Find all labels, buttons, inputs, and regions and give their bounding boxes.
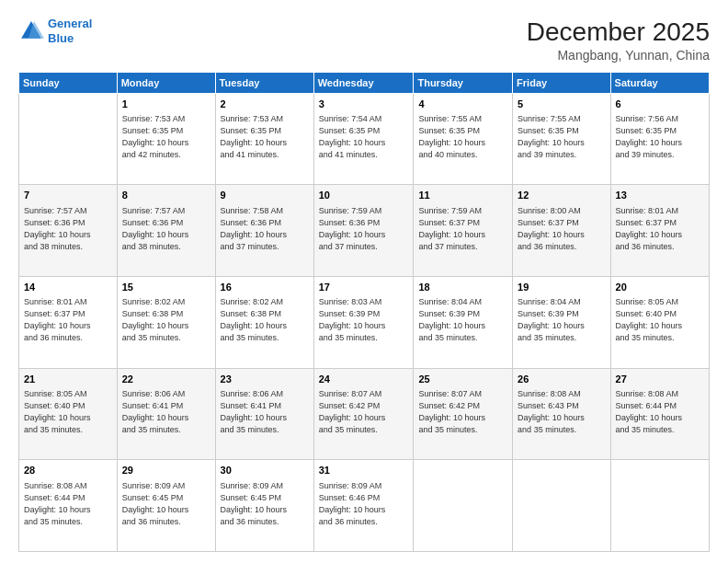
calendar-cell: 16Sunrise: 8:02 AM Sunset: 6:38 PM Dayli… xyxy=(215,276,313,368)
day-number: 4 xyxy=(418,98,507,111)
calendar-cell: 5Sunrise: 7:55 AM Sunset: 6:35 PM Daylig… xyxy=(513,93,610,185)
day-number: 16 xyxy=(221,281,309,294)
calendar-header-row: SundayMondayTuesdayWednesdayThursdayFrid… xyxy=(19,72,710,93)
day-number: 10 xyxy=(319,189,409,202)
calendar-cell: 25Sunrise: 8:07 AM Sunset: 6:42 PM Dayli… xyxy=(414,368,513,460)
day-info: Sunrise: 8:09 AM Sunset: 6:46 PM Dayligh… xyxy=(319,480,409,528)
logo-line2: Blue xyxy=(48,31,74,45)
calendar-day-header: Monday xyxy=(117,72,215,93)
day-number: 26 xyxy=(518,373,605,386)
day-info: Sunrise: 8:03 AM Sunset: 6:39 PM Dayligh… xyxy=(319,296,409,344)
calendar-cell: 2Sunrise: 7:53 AM Sunset: 6:35 PM Daylig… xyxy=(215,93,313,185)
day-info: Sunrise: 7:59 AM Sunset: 6:37 PM Dayligh… xyxy=(418,205,507,253)
calendar-cell: 28Sunrise: 8:08 AM Sunset: 6:44 PM Dayli… xyxy=(19,460,118,552)
calendar-cell: 31Sunrise: 8:09 AM Sunset: 6:46 PM Dayli… xyxy=(313,460,414,552)
day-info: Sunrise: 8:08 AM Sunset: 6:44 PM Dayligh… xyxy=(616,388,704,436)
calendar-day-header: Sunday xyxy=(19,72,118,93)
calendar-week-row: 21Sunrise: 8:05 AM Sunset: 6:40 PM Dayli… xyxy=(19,368,710,460)
calendar-cell xyxy=(513,460,610,552)
calendar-cell: 26Sunrise: 8:08 AM Sunset: 6:43 PM Dayli… xyxy=(513,368,610,460)
calendar-cell: 21Sunrise: 8:05 AM Sunset: 6:40 PM Dayli… xyxy=(19,368,118,460)
day-info: Sunrise: 7:53 AM Sunset: 6:35 PM Dayligh… xyxy=(221,113,309,161)
calendar-cell: 24Sunrise: 8:07 AM Sunset: 6:42 PM Dayli… xyxy=(313,368,414,460)
day-number: 27 xyxy=(616,373,704,386)
day-info: Sunrise: 7:55 AM Sunset: 6:35 PM Dayligh… xyxy=(418,113,507,161)
calendar-cell: 10Sunrise: 7:59 AM Sunset: 6:36 PM Dayli… xyxy=(313,185,414,277)
day-info: Sunrise: 8:02 AM Sunset: 6:38 PM Dayligh… xyxy=(221,296,309,344)
day-number: 11 xyxy=(418,189,507,202)
day-info: Sunrise: 8:08 AM Sunset: 6:44 PM Dayligh… xyxy=(24,480,112,528)
day-number: 9 xyxy=(221,189,309,202)
calendar-cell: 17Sunrise: 8:03 AM Sunset: 6:39 PM Dayli… xyxy=(313,276,414,368)
calendar-cell: 8Sunrise: 7:57 AM Sunset: 6:36 PM Daylig… xyxy=(117,185,215,277)
day-number: 2 xyxy=(221,98,309,111)
calendar-day-header: Thursday xyxy=(414,72,513,93)
calendar-cell: 19Sunrise: 8:04 AM Sunset: 6:39 PM Dayli… xyxy=(513,276,610,368)
title-block: December 2025 Mangbang, Yunnan, China xyxy=(527,17,710,63)
calendar-day-header: Saturday xyxy=(610,72,709,93)
calendar-cell: 1Sunrise: 7:53 AM Sunset: 6:35 PM Daylig… xyxy=(117,93,215,185)
day-number: 18 xyxy=(418,281,507,294)
calendar-cell: 13Sunrise: 8:01 AM Sunset: 6:37 PM Dayli… xyxy=(610,185,709,277)
day-info: Sunrise: 8:09 AM Sunset: 6:45 PM Dayligh… xyxy=(122,480,210,528)
calendar-cell: 23Sunrise: 8:06 AM Sunset: 6:41 PM Dayli… xyxy=(215,368,313,460)
calendar-cell xyxy=(19,93,118,185)
calendar-cell: 11Sunrise: 7:59 AM Sunset: 6:37 PM Dayli… xyxy=(414,185,513,277)
calendar-cell: 20Sunrise: 8:05 AM Sunset: 6:40 PM Dayli… xyxy=(610,276,709,368)
day-number: 12 xyxy=(518,189,605,202)
day-number: 20 xyxy=(616,281,704,294)
day-info: Sunrise: 7:59 AM Sunset: 6:36 PM Dayligh… xyxy=(319,205,409,253)
day-info: Sunrise: 8:08 AM Sunset: 6:43 PM Dayligh… xyxy=(518,388,605,436)
calendar-cell: 7Sunrise: 7:57 AM Sunset: 6:36 PM Daylig… xyxy=(19,185,118,277)
day-info: Sunrise: 7:54 AM Sunset: 6:35 PM Dayligh… xyxy=(319,113,409,161)
day-number: 23 xyxy=(221,373,309,386)
calendar-cell: 27Sunrise: 8:08 AM Sunset: 6:44 PM Dayli… xyxy=(610,368,709,460)
header: General Blue December 2025 Mangbang, Yun… xyxy=(18,17,710,63)
calendar-cell xyxy=(610,460,709,552)
day-number: 17 xyxy=(319,281,409,294)
calendar-cell: 6Sunrise: 7:56 AM Sunset: 6:35 PM Daylig… xyxy=(610,93,709,185)
day-info: Sunrise: 7:56 AM Sunset: 6:35 PM Dayligh… xyxy=(616,113,704,161)
day-info: Sunrise: 8:05 AM Sunset: 6:40 PM Dayligh… xyxy=(24,388,112,436)
calendar-week-row: 28Sunrise: 8:08 AM Sunset: 6:44 PM Dayli… xyxy=(19,460,710,552)
day-info: Sunrise: 8:06 AM Sunset: 6:41 PM Dayligh… xyxy=(221,388,309,436)
calendar-cell: 9Sunrise: 7:58 AM Sunset: 6:36 PM Daylig… xyxy=(215,185,313,277)
day-number: 15 xyxy=(122,281,210,294)
day-number: 28 xyxy=(24,464,112,477)
page: General Blue December 2025 Mangbang, Yun… xyxy=(0,0,728,563)
calendar-week-row: 7Sunrise: 7:57 AM Sunset: 6:36 PM Daylig… xyxy=(19,185,710,277)
day-info: Sunrise: 8:09 AM Sunset: 6:45 PM Dayligh… xyxy=(221,480,309,528)
day-info: Sunrise: 8:04 AM Sunset: 6:39 PM Dayligh… xyxy=(518,296,605,344)
day-info: Sunrise: 7:58 AM Sunset: 6:36 PM Dayligh… xyxy=(221,205,309,253)
day-info: Sunrise: 8:01 AM Sunset: 6:37 PM Dayligh… xyxy=(24,296,112,344)
day-info: Sunrise: 7:53 AM Sunset: 6:35 PM Dayligh… xyxy=(122,113,210,161)
day-info: Sunrise: 7:55 AM Sunset: 6:35 PM Dayligh… xyxy=(518,113,605,161)
day-info: Sunrise: 8:05 AM Sunset: 6:40 PM Dayligh… xyxy=(616,296,704,344)
day-number: 31 xyxy=(319,464,409,477)
day-number: 21 xyxy=(24,373,112,386)
subtitle: Mangbang, Yunnan, China xyxy=(527,48,710,63)
calendar-cell: 15Sunrise: 8:02 AM Sunset: 6:38 PM Dayli… xyxy=(117,276,215,368)
day-info: Sunrise: 8:04 AM Sunset: 6:39 PM Dayligh… xyxy=(418,296,507,344)
day-info: Sunrise: 8:07 AM Sunset: 6:42 PM Dayligh… xyxy=(418,388,507,436)
day-number: 5 xyxy=(518,98,605,111)
day-number: 14 xyxy=(24,281,112,294)
day-number: 30 xyxy=(221,464,309,477)
calendar-week-row: 1Sunrise: 7:53 AM Sunset: 6:35 PM Daylig… xyxy=(19,93,710,185)
day-number: 6 xyxy=(616,98,704,111)
calendar-cell: 3Sunrise: 7:54 AM Sunset: 6:35 PM Daylig… xyxy=(313,93,414,185)
day-info: Sunrise: 7:57 AM Sunset: 6:36 PM Dayligh… xyxy=(122,205,210,253)
day-number: 8 xyxy=(122,189,210,202)
day-number: 13 xyxy=(616,189,704,202)
calendar-week-row: 14Sunrise: 8:01 AM Sunset: 6:37 PM Dayli… xyxy=(19,276,710,368)
calendar-table: SundayMondayTuesdayWednesdayThursdayFrid… xyxy=(18,72,710,552)
day-number: 1 xyxy=(122,98,210,111)
day-info: Sunrise: 8:07 AM Sunset: 6:42 PM Dayligh… xyxy=(319,388,409,436)
day-info: Sunrise: 8:02 AM Sunset: 6:38 PM Dayligh… xyxy=(122,296,210,344)
day-number: 19 xyxy=(518,281,605,294)
calendar-cell: 18Sunrise: 8:04 AM Sunset: 6:39 PM Dayli… xyxy=(414,276,513,368)
main-title: December 2025 xyxy=(527,17,710,48)
calendar-cell: 14Sunrise: 8:01 AM Sunset: 6:37 PM Dayli… xyxy=(19,276,118,368)
day-number: 25 xyxy=(418,373,507,386)
logo: General Blue xyxy=(18,17,92,45)
